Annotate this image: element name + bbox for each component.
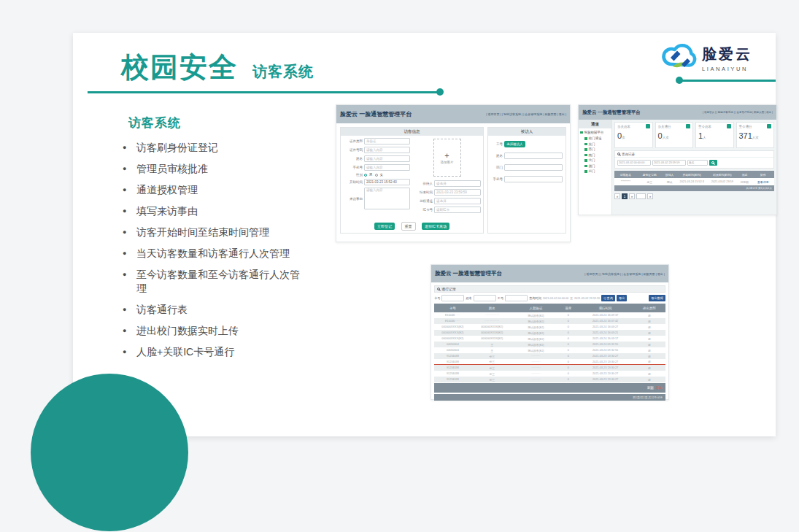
stat-unit: 次 <box>622 136 625 139</box>
cell-name: 王 <box>471 343 513 347</box>
tree-item-label: 西门 <box>589 147 595 151</box>
slide-card: 校园安全 访客系统 脸爱云 LIANAIYUN 访客系统 访客刷身份证登记管理员… <box>73 33 776 436</box>
visited-id-row: 工号 选择被访人 <box>491 141 563 147</box>
visit-reason-label: 来访事由 <box>343 197 363 201</box>
table-row[interactable]: 04050604 王 测试设备(E2) 0 2021-03-24 09:32:5… <box>434 342 665 347</box>
cell-status: 已授权 <box>738 180 752 184</box>
query-start-time[interactable]: 2021-03-02 00:00:00 <box>543 297 568 300</box>
staff-id-input[interactable] <box>505 295 528 301</box>
table-row[interactable]: 000000XXXX(E2) 000000XXXX(E2) 测试设备(E2) 0… <box>434 336 665 342</box>
table-row[interactable]: E10046······ ················ 测试设备(E2) 0… <box>434 318 665 324</box>
pagination-first-button[interactable]: « <box>614 193 620 199</box>
name-input[interactable] <box>474 295 496 301</box>
table-row[interactable]: 91234038 张三 ·········· 0 2021-03-23 13:3… <box>434 359 665 365</box>
register-now-button[interactable]: 立即登记 <box>374 223 395 230</box>
channel-tree-item[interactable]: 校门通道 <box>580 136 610 142</box>
field-label: 手机号 <box>491 177 503 181</box>
visited-field-row: 姓名 <box>491 153 563 159</box>
channel-tree-item[interactable]: 西门 <box>580 147 610 153</box>
table-row[interactable]: 04050604 王 测试设备(E2) 0 2021-03-24 09:32:5… <box>434 347 665 353</box>
reset-button[interactable]: 重置 <box>401 222 416 231</box>
cell-card-no: 91234038 <box>434 366 471 369</box>
cell-face-verify: 测试设备(E2) <box>513 349 559 352</box>
field-input[interactable]: 请输入内容 <box>364 164 410 171</box>
table-row[interactable]: 91234038 张三 ·········· 0 2021-03-23 13:3… <box>434 365 665 371</box>
gender-female-radio[interactable] <box>375 174 378 177</box>
choose-visited-button[interactable]: 选择被访人 <box>504 141 525 147</box>
start-time-input[interactable]: 2021-03-23 15:52:40 <box>364 179 410 185</box>
to-label: 至 <box>570 296 573 300</box>
channel-sidebar-title: 通道 <box>579 120 611 128</box>
table-row[interactable]: 91234038 张三 ·········· 0 2021-03-23 13:3… <box>434 377 665 382</box>
field-input[interactable]: 请选择 <box>434 198 481 204</box>
channel-tree-item[interactable]: 南门 <box>580 153 610 158</box>
channel-tree-root[interactable]: 智慧校园平台 <box>580 131 610 134</box>
query-button[interactable]: Q 查询 <box>601 295 615 301</box>
cell-in-out-type: 进 <box>633 320 665 323</box>
stat-unit: 人次 <box>663 136 669 139</box>
stat-badge-icon <box>646 124 650 128</box>
query-end-time[interactable]: 2021-03-02 23:59:59 <box>574 297 600 300</box>
channel-tree-item[interactable]: 东门 <box>580 142 610 147</box>
cell-card-no: 91234038 <box>434 361 471 363</box>
visit-reason-textarea[interactable]: 请输入内容 <box>364 188 410 209</box>
channel-tree-item[interactable]: 北门 <box>580 158 610 163</box>
card-no-input[interactable] <box>441 295 464 301</box>
field-input[interactable]: 请选择 <box>434 180 481 187</box>
field-label: 姓名 <box>491 154 503 158</box>
cell-in-out-type: 进 <box>633 372 665 376</box>
pagination-page-1[interactable]: 1 <box>622 193 628 199</box>
field-input[interactable] <box>504 176 563 182</box>
cell-pass-time: 2021-03-24 16:03:21 <box>578 331 633 334</box>
search-button[interactable] <box>709 160 717 166</box>
platform-nav-links[interactable]: | 返回首页 | | 智能访客系统 | | 会务管理系统 | 刷新页面 | 退出… <box>584 272 665 276</box>
name-input[interactable]: 姓名 <box>687 160 708 166</box>
cell-in-out-type: 进 <box>633 314 665 317</box>
form-field-row: IC卡号 请刷IC卡 <box>413 207 481 213</box>
query-records-box: 查询记录 2021-03-02 00:00:00 2021-03-02 23:5… <box>614 150 774 169</box>
field-input[interactable]: 请输入内容 <box>364 147 410 153</box>
field-input[interactable]: 2021-03-23 23:59:59 <box>434 189 481 196</box>
return-ic-card-button[interactable]: 退掉IC卡离场 <box>422 223 449 230</box>
feature-bullet-item: 通道授权管理 <box>123 183 305 197</box>
platform-nav-links[interactable]: | 返回首页 | | 智能访客系统 | | 会务管理系统 | 刷新页面 | 退出… <box>703 111 773 114</box>
end-date-input[interactable]: 2021-03-02 23:59:59 <box>652 160 686 166</box>
footer-export-link[interactable]: 导出 <box>656 386 663 390</box>
field-label: 姓名 <box>343 157 363 161</box>
channel-tree-item[interactable]: 侧门 <box>580 163 610 169</box>
table-row[interactable]: 91234038 张三 ·········· 0 2021-03-23 13:3… <box>434 371 665 377</box>
name-label: 姓名 <box>466 296 471 300</box>
field-input[interactable] <box>504 153 563 159</box>
platform-nav-links[interactable]: | 返回首页 | | 智能访客系统 | | 会务管理系统 | 刷新页面 | 退出… <box>486 112 566 116</box>
photo-upload-box[interactable]: + 添加图片 <box>433 139 461 177</box>
table-row[interactable]: 000000XXXX(E2) 000000XXXX(E2) 测试设备(E2) 0… <box>434 330 665 336</box>
pagination-jump-input[interactable] <box>636 193 646 199</box>
feature-bullet-item: 填写来访事由 <box>123 204 305 218</box>
table-row[interactable]: ********* 张三 测试 2021-03-24 15:52:3 2021-… <box>614 178 774 185</box>
cell-temperature: 0 <box>559 325 577 328</box>
field-input[interactable]: 请输入内容 <box>364 155 410 162</box>
field-input[interactable]: 身份证 <box>364 138 410 144</box>
export-button[interactable]: 导出 <box>617 295 627 301</box>
pagination-go-button[interactable]: » <box>647 193 653 199</box>
form-field-row: 授权通道 请选择 <box>413 198 481 204</box>
table-row[interactable]: E10046······ ················ 测试设备(E2) 0… <box>434 312 665 318</box>
start-date-input[interactable]: 2021-03-02 00:00:00 <box>617 160 651 166</box>
cell-face-verify: 测试设备(E2) <box>513 314 559 317</box>
pagination-next-button[interactable]: » <box>629 193 635 199</box>
footer-refresh-link[interactable]: 刷新 <box>647 386 654 390</box>
platform-title: 脸爱云 一脸通智慧管理平台 <box>340 110 412 118</box>
table-row[interactable]: 91234038 张三 ·········· 0 2021-03-23 13:3… <box>434 353 665 359</box>
field-input[interactable] <box>504 164 563 171</box>
cell-temperature: 0 <box>559 361 577 363</box>
view-detail-link[interactable]: 查看详情 <box>752 180 774 184</box>
photo-upload-label: 添加图片 <box>441 161 454 164</box>
gender-male-radio[interactable] <box>364 174 367 177</box>
export-data-button[interactable]: 导出数据 <box>649 295 665 301</box>
cell-temperature: 0 <box>559 343 577 346</box>
search-icon <box>711 161 714 164</box>
cell-visitor-name: ********* <box>614 180 637 183</box>
table-row[interactable]: 000000XXXX(E2) 000000XXXX(E2) 测试设备(E2) 0… <box>434 324 665 330</box>
field-input[interactable]: 请刷IC卡 <box>434 207 481 213</box>
channel-tree-item[interactable]: 后门 <box>580 169 610 174</box>
